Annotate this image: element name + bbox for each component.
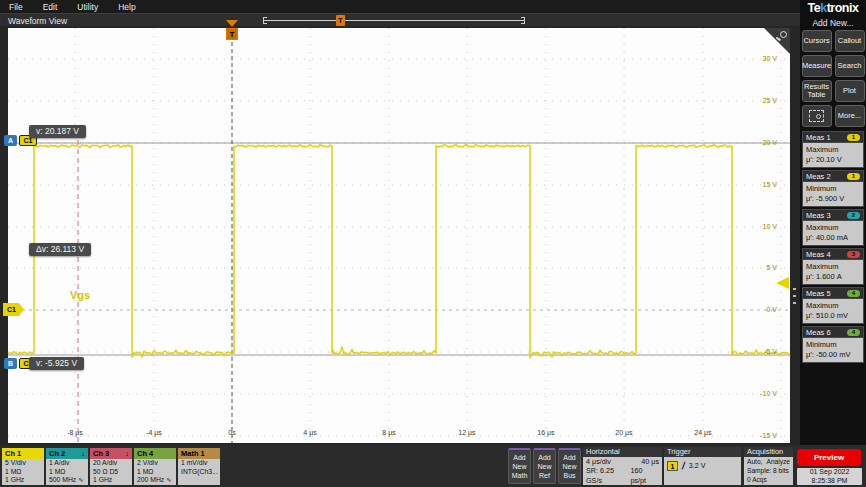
channel-1-badge[interactable]: Ch 1 5 V/div1 MΩ1 GHz <box>2 448 44 485</box>
x-axis-tick-label: 20 μs <box>607 429 641 436</box>
y-axis-tick-label: 25 V <box>747 97 777 104</box>
overview-right-bracket-icon <box>521 17 525 24</box>
tektronix-logo: Tektronix <box>800 0 866 15</box>
meas-5-source-badge: 4 <box>847 290 860 297</box>
meas-1-source-badge: 1 <box>847 134 860 141</box>
cursor-b-readout: v: -5.925 V <box>29 357 84 370</box>
record-view-overview[interactable]: T <box>263 17 525 25</box>
trigger-pane[interactable]: Trigger 1 / 3.2 V <box>664 447 741 485</box>
x-axis-tick-label: 24 μs <box>686 429 720 436</box>
measurement-list: Meas 11 Maximumμ′: 20.10 V Meas 21 Minim… <box>800 131 866 363</box>
add-new-heading: Add New... <box>800 15 866 30</box>
results-sidebar: Tektronix Add New... Cursors Callout Mea… <box>800 0 866 445</box>
cursor-a-badge[interactable]: A <box>4 135 17 146</box>
tab-bar: Waveform View T <box>0 13 800 26</box>
horizontal-pane[interactable]: Horizontal 4 μs/div40 μs SR: 6.25 GS/s16… <box>583 447 662 485</box>
y-axis-tick-label: 20 V <box>747 139 777 146</box>
meas-2-chip[interactable]: Meas 21 Minimumμ′: -5.900 V <box>802 170 864 207</box>
math-1-badge[interactable]: Math 1 1 mV/divINTG(Ch3... <box>178 448 220 485</box>
down-arrow-icon: ↓ <box>81 448 85 459</box>
tab-waveform-view[interactable]: Waveform View <box>8 16 67 26</box>
x-axis-tick-label: 16 μs <box>529 429 563 436</box>
y-axis-tick-label: 10 V <box>747 223 777 230</box>
trigger-position-marker[interactable]: T <box>226 28 238 40</box>
cursor-delta-readout: Δv: 26.113 V <box>29 243 91 256</box>
panel-drag-handle[interactable] <box>793 288 796 306</box>
acquisition-pane[interactable]: Acquisition Auto,Analyze Sample: 8 bits … <box>744 447 793 485</box>
y-axis-tick-label: 0 V <box>747 306 777 313</box>
y-axis-tick-label: -15 V <box>747 432 777 439</box>
magnifier-icon <box>780 31 787 38</box>
meas-6-source-badge: 4 <box>847 329 860 336</box>
meas-6-chip[interactable]: Meas 64 Minimumμ′: -50.00 mV <box>802 326 864 363</box>
cursors-button[interactable]: Cursors <box>802 30 832 52</box>
add-new-bus-button[interactable]: AddNewBus <box>558 448 581 484</box>
menu-item-utility[interactable]: Utility <box>77 2 98 12</box>
x-axis-tick-label: -4 μs <box>137 429 171 436</box>
rising-edge-icon: / <box>681 461 685 470</box>
y-axis-tick-label: 15 V <box>747 181 777 188</box>
channel-3-badge[interactable]: Ch 3↓ 20 A/div50 Ω D51 GHz <box>90 448 132 485</box>
overview-left-bracket-icon <box>263 17 267 24</box>
x-axis-tick-label: -8 μs <box>58 429 92 436</box>
oscilloscope-app: File Edit Utility Help Waveform View T T… <box>0 0 866 487</box>
meas-3-source-badge: 2 <box>847 212 860 219</box>
meas-3-chip[interactable]: Meas 32 Maximumμ′: 40.00 mA <box>802 209 864 246</box>
trigger-position-triangle-icon[interactable] <box>226 20 238 27</box>
menu-item-help[interactable]: Help <box>118 2 135 12</box>
trigger-source-badge: 1 <box>667 461 678 471</box>
menu-item-edit[interactable]: Edit <box>43 2 58 12</box>
meas-4-source-badge: 3 <box>847 251 860 258</box>
waveform-area: T A C1 v: 20.187 V Δv: 26.113 V B C1 v: … <box>0 26 800 445</box>
menu-item-file[interactable]: File <box>9 2 23 12</box>
x-axis-tick-label: 4 μs <box>293 429 327 436</box>
y-axis-tick-label: -5 V <box>747 348 777 355</box>
preview-button[interactable]: Preview <box>797 449 861 466</box>
results-table-button[interactable]: Results Table <box>802 80 832 102</box>
add-new-math-button[interactable]: AddNewMath <box>508 448 531 484</box>
measure-button[interactable]: Measure <box>802 55 832 77</box>
waveform-plot[interactable]: T A C1 v: 20.187 V Δv: 26.113 V B C1 v: … <box>8 28 790 443</box>
channel-4-badge[interactable]: Ch 4 2 V/div1 MΩ200 MHz ∿ <box>134 448 176 485</box>
overview-line <box>263 20 525 21</box>
status-footer: Ch 1 5 V/div1 MΩ1 GHz Ch 2↓ 1 A/div1 MΩ5… <box>0 445 866 487</box>
overview-trigger-marker[interactable]: T <box>336 15 345 26</box>
x-axis-tick-label: 12 μs <box>450 429 484 436</box>
zoom-overlay-icon <box>809 110 824 122</box>
menu-bar: File Edit Utility Help <box>0 0 800 13</box>
x-axis-tick-label: 0s <box>215 429 249 436</box>
meas-4-chip[interactable]: Meas 43 Maximumμ′: 1.600 A <box>802 248 864 285</box>
datetime-display: 01 Sep 20228:25:38 PM <box>797 468 862 485</box>
more-button[interactable]: More... <box>835 105 865 127</box>
callout-button[interactable]: Callout <box>835 30 865 52</box>
cursor-b-badge[interactable]: B <box>4 358 17 369</box>
x-axis-tick-label: 8 μs <box>372 429 406 436</box>
search-button[interactable]: Search <box>835 55 865 77</box>
add-new-button-grid: Cursors Callout Measure Search Results T… <box>800 30 866 127</box>
vgs-callout[interactable]: Vgs <box>70 289 90 301</box>
meas-5-chip[interactable]: Meas 54 Maximumμ′: 510.0 mV <box>802 287 864 324</box>
down-arrow-icon: ↓ <box>125 448 129 459</box>
zoom-overlay-button[interactable] <box>802 105 832 127</box>
channel-2-badge[interactable]: Ch 2↓ 1 A/div1 MΩ500 MHz ∿ <box>46 448 88 485</box>
meas-2-source-badge: 1 <box>847 173 860 180</box>
y-axis-tick-label: 5 V <box>747 264 777 271</box>
plot-button[interactable]: Plot <box>835 80 865 102</box>
cursor-a-readout: v: 20.187 V <box>29 125 86 138</box>
y-axis-tick-label: -10 V <box>747 390 777 397</box>
channel-1-waveform[interactable] <box>8 144 790 357</box>
add-new-ref-button[interactable]: AddNewRef <box>533 448 556 484</box>
y-axis-tick-label: 30 V <box>747 55 777 62</box>
waveform-canvas[interactable] <box>8 28 790 443</box>
meas-1-chip[interactable]: Meas 11 Maximumμ′: 20.10 V <box>802 131 864 168</box>
